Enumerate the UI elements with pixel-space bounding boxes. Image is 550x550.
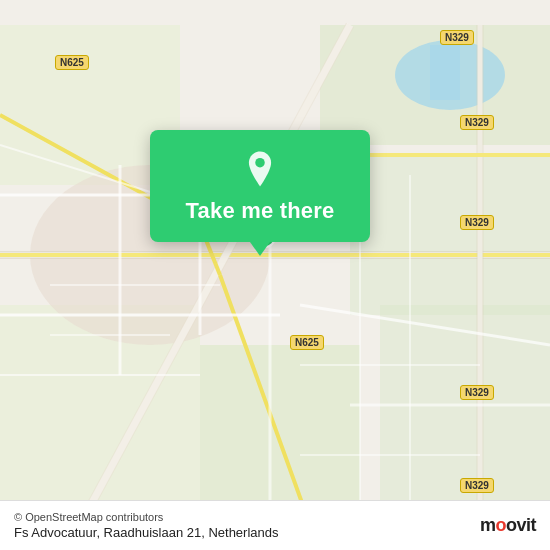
svg-rect-6 <box>350 155 550 315</box>
map-svg <box>0 0 550 550</box>
address-label: Fs Advocatuur, Raadhuislaan 21, Netherla… <box>14 525 279 540</box>
attribution-text: © OpenStreetMap contributors <box>14 511 279 523</box>
svg-rect-4 <box>200 345 360 525</box>
moovit-logo: moovit <box>480 515 536 536</box>
road-badge-n329-top-right: N329 <box>440 30 474 45</box>
road-badge-n329-mid-right: N329 <box>460 115 494 130</box>
svg-rect-8 <box>430 45 460 100</box>
road-badge-n329-bottom-right: N329 <box>460 385 494 400</box>
popup-label: Take me there <box>186 198 335 224</box>
take-me-there-button[interactable]: Take me there <box>150 130 370 242</box>
map-container: N625 N329 N329 N329 N625 N625 N329 N329 … <box>0 0 550 550</box>
location-pin-icon <box>241 150 279 188</box>
road-badge-n625-bottom: N625 <box>290 335 324 350</box>
moovit-dot: o <box>495 515 506 535</box>
road-badge-n329-far-bottom: N329 <box>460 478 494 493</box>
bottom-bar: © OpenStreetMap contributors Fs Advocatu… <box>0 500 550 550</box>
svg-point-39 <box>255 158 265 168</box>
road-badge-n625-top: N625 <box>55 55 89 70</box>
road-badge-n329-center-right: N329 <box>460 215 494 230</box>
